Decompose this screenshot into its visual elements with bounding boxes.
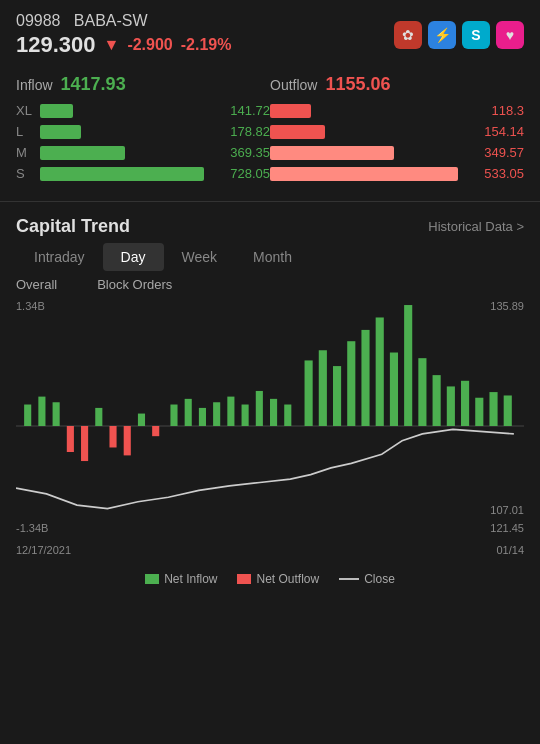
svg-rect-30 xyxy=(447,386,455,426)
svg-rect-27 xyxy=(404,305,412,426)
svg-rect-25 xyxy=(376,317,384,426)
outflow-bar-s xyxy=(270,167,458,181)
svg-rect-34 xyxy=(504,395,512,426)
price-arrow: ▼ xyxy=(104,36,120,54)
outflow-column: Outflow 1155.06 118.3 154.14 349.57 xyxy=(270,74,524,187)
svg-rect-16 xyxy=(242,405,249,426)
svg-rect-29 xyxy=(433,375,441,426)
legend-inflow: Net Inflow xyxy=(145,572,217,586)
inflow-bar-xl xyxy=(40,104,204,118)
inflow-column: Inflow 1417.93 XL 141.72 L 178.82 M xyxy=(16,74,270,187)
inflow-header-row: Inflow 1417.93 xyxy=(16,74,270,99)
s-icon[interactable]: S xyxy=(462,21,490,49)
chart-area: 1.34B 135.89 -1.34B 107.01 121.45 12/17/… xyxy=(0,296,540,556)
svg-rect-4 xyxy=(67,426,74,452)
inflow-bar-m xyxy=(40,146,204,160)
svg-rect-2 xyxy=(38,397,45,426)
legend-outflow-label: Net Outflow xyxy=(256,572,319,586)
lightning-icon[interactable]: ⚡ xyxy=(428,21,456,49)
tab-intraday[interactable]: Intraday xyxy=(16,243,103,271)
x-label-left: 12/17/2021 xyxy=(16,544,71,556)
inflow-bar-s xyxy=(40,167,204,181)
close-right: 107.01 xyxy=(490,504,524,516)
heart-icon[interactable]: ♥ xyxy=(496,21,524,49)
capital-trend-header: Capital Trend Historical Data > xyxy=(0,206,540,243)
svg-rect-20 xyxy=(305,360,313,426)
y-bottom-left: -1.34B xyxy=(16,522,48,534)
inflow-row-s: S 728.05 xyxy=(16,166,270,181)
price-change: -2.900 xyxy=(127,36,172,54)
outflow-row-xl: 118.3 xyxy=(270,103,524,118)
section-title: Capital Trend xyxy=(16,216,130,237)
stock-info: 09988 BABA-SW 129.300 ▼ -2.900 -2.19% xyxy=(16,12,231,58)
svg-rect-22 xyxy=(333,366,341,426)
outflow-label: Outflow xyxy=(270,77,317,93)
y-top-left: 1.34B xyxy=(16,300,45,312)
chart-svg xyxy=(16,296,524,556)
svg-rect-15 xyxy=(227,397,234,426)
svg-rect-26 xyxy=(390,353,398,426)
svg-rect-17 xyxy=(256,391,263,426)
inflow-rows: XL 141.72 L 178.82 M 369.35 xyxy=(16,103,270,181)
tab-month[interactable]: Month xyxy=(235,243,310,271)
svg-rect-18 xyxy=(270,399,277,426)
svg-rect-8 xyxy=(124,426,131,455)
outflow-header-row: Outflow 1155.06 xyxy=(270,74,524,99)
outflow-bar-xl xyxy=(270,104,458,118)
inflow-row-xl: XL 141.72 xyxy=(16,103,270,118)
legend-outflow: Net Outflow xyxy=(237,572,319,586)
outflow-bar-m xyxy=(270,146,458,160)
inflow-value: 1417.93 xyxy=(61,74,126,95)
y-bottom-right: 121.45 xyxy=(490,522,524,534)
legend-inflow-label: Net Inflow xyxy=(164,572,217,586)
svg-rect-21 xyxy=(319,350,327,426)
subtabs: Overall Block Orders xyxy=(0,277,540,292)
tabs: Intraday Day Week Month xyxy=(0,243,540,271)
outflow-bar-l xyxy=(270,125,458,139)
x-label-right: 01/14 xyxy=(496,544,524,556)
outflow-rows: 118.3 154.14 349.57 533.05 xyxy=(270,103,524,181)
svg-rect-10 xyxy=(152,426,159,436)
svg-rect-23 xyxy=(347,341,355,426)
svg-rect-32 xyxy=(475,398,483,426)
legend-close-icon xyxy=(339,578,359,580)
subtab-block-orders[interactable]: Block Orders xyxy=(97,277,172,292)
svg-rect-5 xyxy=(81,426,88,461)
price-change-pct: -2.19% xyxy=(181,36,232,54)
svg-rect-1 xyxy=(24,405,31,426)
svg-rect-14 xyxy=(213,402,220,426)
svg-rect-3 xyxy=(53,402,60,426)
inflow-label: Inflow xyxy=(16,77,53,93)
y-top-right: 135.89 xyxy=(490,300,524,312)
svg-rect-11 xyxy=(170,405,177,426)
price-row: 129.300 ▼ -2.900 -2.19% xyxy=(16,32,231,58)
tab-day[interactable]: Day xyxy=(103,243,164,271)
svg-rect-6 xyxy=(95,408,102,426)
subtab-overall[interactable]: Overall xyxy=(16,277,57,292)
tab-week[interactable]: Week xyxy=(164,243,236,271)
svg-rect-12 xyxy=(185,399,192,426)
stock-price: 129.300 xyxy=(16,32,96,58)
svg-rect-7 xyxy=(109,426,116,447)
legend: Net Inflow Net Outflow Close xyxy=(0,564,540,594)
legend-close-label: Close xyxy=(364,572,395,586)
inflow-bar-l xyxy=(40,125,204,139)
flow-section: Inflow 1417.93 XL 141.72 L 178.82 M xyxy=(0,64,540,197)
action-icons: ✿ ⚡ S ♥ xyxy=(394,21,524,49)
svg-rect-24 xyxy=(361,330,369,426)
flower-icon[interactable]: ✿ xyxy=(394,21,422,49)
svg-rect-9 xyxy=(138,414,145,426)
legend-close: Close xyxy=(339,572,395,586)
stock-code: 09988 BABA-SW xyxy=(16,12,231,30)
outflow-row-l: 154.14 xyxy=(270,124,524,139)
svg-rect-33 xyxy=(489,392,497,426)
legend-inflow-icon xyxy=(145,574,159,584)
svg-rect-19 xyxy=(284,405,291,426)
historical-data-link[interactable]: Historical Data > xyxy=(428,219,524,234)
svg-rect-31 xyxy=(461,381,469,426)
header: 09988 BABA-SW 129.300 ▼ -2.900 -2.19% ✿ … xyxy=(0,0,540,64)
outflow-row-s: 533.05 xyxy=(270,166,524,181)
svg-rect-13 xyxy=(199,408,206,426)
legend-outflow-icon xyxy=(237,574,251,584)
inflow-row-m: M 369.35 xyxy=(16,145,270,160)
